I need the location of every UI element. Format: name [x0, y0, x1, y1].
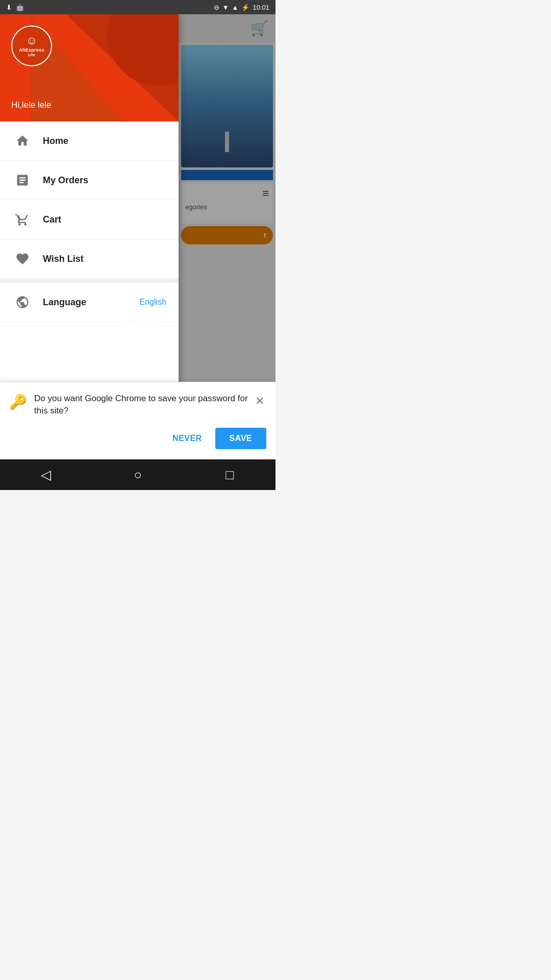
download-icon: ⬇ [6, 4, 12, 11]
signal-icon: ▲ [232, 4, 239, 11]
home-button[interactable]: ○ [122, 459, 153, 490]
menu-item-language[interactable]: Language English [0, 283, 179, 322]
dnd-icon: ⊖ [214, 4, 219, 11]
menu-item-wishlist[interactable]: Wish List [0, 239, 179, 279]
menu-item-cart[interactable]: Cart [0, 200, 179, 239]
wifi-icon: ▼ [222, 4, 229, 11]
bottom-navigation: ◁ ○ □ [0, 459, 276, 490]
logo-text-top: AliExpress [19, 47, 44, 53]
language-value: English [140, 298, 166, 307]
clock: 10:01 [253, 4, 269, 11]
user-greeting: Hi,lele lele [11, 100, 51, 110]
wishlist-label: Wish List [43, 254, 166, 264]
cart-label: Cart [43, 214, 166, 225]
back-button[interactable]: ◁ [31, 459, 61, 490]
never-button[interactable]: NEVER [164, 429, 210, 448]
home-icon [12, 131, 33, 151]
orders-icon [12, 170, 33, 190]
robot-icon: 🤖 [16, 4, 24, 11]
home-label: Home [43, 136, 166, 146]
save-button[interactable]: SAVE [215, 428, 266, 449]
language-label: Language [43, 297, 140, 308]
orders-label: My Orders [43, 175, 166, 186]
drawer-header: ☺ AliExpress Lite Hi,lele lele [0, 14, 179, 121]
logo-text-bottom: Lite [28, 53, 35, 57]
menu-divider [0, 279, 179, 283]
close-notification-button[interactable]: ✕ [253, 393, 266, 410]
password-notification: 🔑 Do you want Google Chrome to save your… [0, 382, 276, 459]
notification-message: Do you want Google Chrome to save your p… [34, 393, 253, 418]
status-bar-left: ⬇ 🤖 [6, 4, 24, 11]
status-bar-right: ⊖ ▼ ▲ ⚡ 10:01 [214, 4, 269, 11]
key-icon: 🔑 [9, 394, 27, 410]
logo-smile-icon: ☺ [26, 35, 37, 46]
aliexpress-logo: ☺ AliExpress Lite [11, 26, 52, 66]
battery-icon: ⚡ [241, 4, 249, 11]
globe-icon [12, 292, 33, 312]
notification-content: 🔑 Do you want Google Chrome to save your… [9, 393, 266, 418]
notification-buttons: NEVER SAVE [9, 428, 266, 449]
menu-item-home[interactable]: Home [0, 121, 179, 161]
heart-icon [12, 249, 33, 269]
cart-icon [12, 209, 33, 230]
status-bar: ⬇ 🤖 ⊖ ▼ ▲ ⚡ 10:01 [0, 0, 276, 14]
recent-button[interactable]: □ [214, 459, 245, 490]
menu-item-orders[interactable]: My Orders [0, 161, 179, 200]
